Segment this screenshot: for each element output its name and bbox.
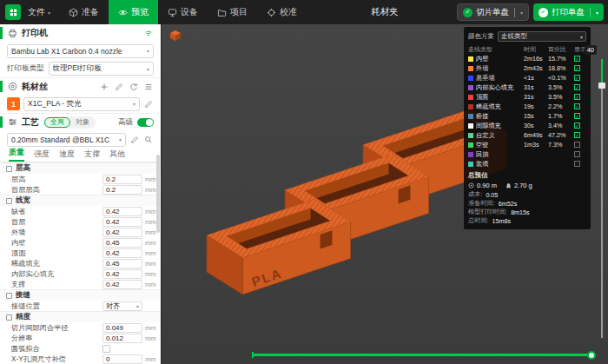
param-input[interactable]: 0.45 — [102, 259, 142, 268]
param-input[interactable]: 0.45 — [102, 238, 142, 248]
line-type-swatch — [468, 162, 473, 167]
param-row: 分辨率0.012mm — [0, 333, 161, 343]
param-input[interactable]: 0.2 — [102, 175, 142, 184]
tab-calibration[interactable]: 校准 — [257, 0, 307, 24]
process-preset-select[interactable]: 0.20mm Standard @BBL X1C ▾ — [7, 133, 126, 147]
line-type-swatch — [468, 152, 473, 157]
param-group-header[interactable]: 线宽 — [0, 195, 161, 206]
param-input[interactable]: 0.42 — [102, 269, 142, 279]
chevron-down-icon: ▾ — [580, 34, 583, 40]
line-type-swatch — [468, 76, 473, 81]
sidebar-scrollbar[interactable] — [156, 155, 160, 233]
estimate-row: 成本:0.05 — [468, 190, 586, 199]
edit-filament-icon[interactable] — [114, 83, 124, 91]
param-group-header[interactable]: 精度 — [0, 311, 161, 322]
legend-row: 回抽 — [468, 149, 586, 159]
filament-settings-icon[interactable] — [143, 100, 154, 109]
legend-row: 空驶1m3s7.3% — [468, 140, 586, 149]
param-row: 稀疏填充0.45mm — [0, 258, 161, 268]
printer-connection-icon[interactable] — [143, 29, 154, 37]
app-logo-icon — [5, 4, 21, 20]
param-row: 内壁0.45mm — [0, 237, 161, 248]
line-type-swatch — [468, 56, 473, 62]
visibility-checkbox[interactable]: ✓ — [574, 132, 580, 138]
printer-preset-select[interactable]: Bambu Lab X1 Carbon 0.4 nozzle ▾ — [7, 44, 154, 58]
print-plate-button[interactable]: ✓ 打印单盘 ▾ — [533, 3, 604, 21]
process-tab-speed[interactable]: 速度 — [59, 149, 75, 162]
param-input[interactable]: 0 — [102, 354, 142, 364]
process-tab-quality[interactable]: 质量 — [9, 147, 24, 162]
add-filament-icon[interactable] — [99, 83, 109, 91]
param-checkbox[interactable] — [102, 345, 110, 353]
visibility-checkbox[interactable]: ✓ — [574, 122, 580, 129]
filament-preset-select[interactable]: X1C_PLA - 荧光 ▾ — [23, 97, 140, 111]
param-group-header[interactable]: 层高 — [0, 162, 161, 174]
process-tabs: 质量强度速度支撑其他 — [0, 149, 161, 162]
legend-row: 顶面31s3.5%✓ — [468, 92, 586, 102]
param-group-header[interactable]: 接缝 — [0, 289, 161, 301]
tab-project[interactable]: 项目 — [208, 0, 257, 24]
move-slider-handle[interactable] — [587, 351, 596, 360]
param-input[interactable]: 0.2 — [102, 185, 142, 195]
slice-dropdown-icon[interactable]: ▾ — [520, 10, 523, 16]
legend-row: 桥接15s1.7%✓ — [468, 111, 586, 121]
param-input[interactable]: 0.049 — [102, 323, 142, 333]
param-input[interactable]: 0.42 — [102, 228, 142, 237]
visibility-checkbox[interactable] — [574, 151, 580, 157]
advanced-toggle[interactable] — [137, 118, 154, 127]
edit-preset-icon[interactable] — [129, 136, 140, 144]
visibility-checkbox[interactable]: ✓ — [574, 84, 580, 90]
filament-menu-icon[interactable] — [143, 83, 154, 91]
print-dropdown-icon[interactable]: ▾ — [596, 10, 598, 16]
visibility-checkbox[interactable] — [574, 161, 580, 167]
visibility-checkbox[interactable]: ✓ — [574, 113, 580, 119]
legend-row: 内部实心填充31s3.5%✓ — [468, 83, 586, 92]
search-icon[interactable] — [143, 136, 154, 144]
param-row: 缺省0.42mm — [0, 206, 161, 216]
legend-totals: 成本:0.05准备时间:6m52s模型打印时间:8m15s总时间:15m8s — [468, 190, 586, 225]
visibility-checkbox[interactable]: ✓ — [574, 94, 580, 100]
filament-color-chip[interactable]: 1 — [7, 97, 20, 110]
process-tab-strength[interactable]: 强度 — [34, 149, 50, 162]
plate-thumbnail[interactable] — [169, 30, 182, 46]
layer-slider-handle[interactable] — [598, 83, 605, 89]
filament-length: 0.90 m — [468, 182, 497, 189]
visibility-checkbox[interactable]: ✓ — [574, 103, 580, 109]
param-input[interactable]: 0.42 — [102, 248, 142, 258]
line-type-swatch — [468, 66, 473, 71]
tab-prepare[interactable]: 准备 — [59, 0, 109, 24]
move-slider[interactable] — [252, 354, 592, 356]
tab-device[interactable]: 设备 — [158, 0, 208, 24]
scope-global-tab[interactable]: 全局 — [44, 117, 70, 128]
param-input[interactable]: 0.42 — [102, 207, 142, 216]
file-menu[interactable]: 文件 ▾ — [26, 0, 59, 24]
line-type-swatch — [468, 133, 473, 138]
process-tab-others[interactable]: 其他 — [109, 149, 125, 162]
visibility-checkbox[interactable]: ✓ — [574, 75, 580, 81]
sync-filament-icon[interactable] — [129, 83, 139, 91]
line-type-swatch — [468, 85, 473, 90]
scope-objects-tab[interactable]: 对象 — [70, 117, 95, 128]
param-row: 首层0.42mm — [0, 216, 161, 227]
plate-type-select[interactable]: 纹理PEI打印板 ▾ — [49, 62, 155, 76]
param-row: 内部实心填充0.42mm — [0, 268, 161, 279]
visibility-checkbox[interactable]: ✓ — [574, 56, 580, 62]
slice-ready-icon: ✓ — [463, 8, 473, 17]
param-row: 外墙0.42mm — [0, 227, 161, 237]
tab-preview[interactable]: 预览 — [109, 0, 158, 24]
layer-slider[interactable] — [601, 59, 603, 338]
param-select[interactable]: 对齐▾ — [102, 301, 142, 311]
process-section-header: 工艺 全局 对象 高级 — [0, 113, 161, 130]
color-scheme-select[interactable]: 走线类型 ▾ — [498, 31, 586, 42]
visibility-checkbox[interactable]: ✓ — [574, 65, 580, 71]
param-input[interactable]: 0.42 — [102, 217, 142, 227]
slice-plate-button[interactable]: ✓ 切片单盘 ▾ — [457, 3, 529, 21]
printer-icon — [7, 29, 17, 38]
color-scheme-row: 颜色方案 走线类型 ▾ — [468, 30, 586, 43]
param-group-icon — [6, 293, 12, 299]
process-tab-support[interactable]: 支撑 — [84, 149, 100, 162]
visibility-checkbox[interactable] — [574, 142, 580, 148]
param-input[interactable]: 0.012 — [102, 334, 142, 343]
param-input[interactable]: 0.42 — [102, 280, 142, 289]
param-row: 顶面0.42mm — [0, 248, 161, 258]
